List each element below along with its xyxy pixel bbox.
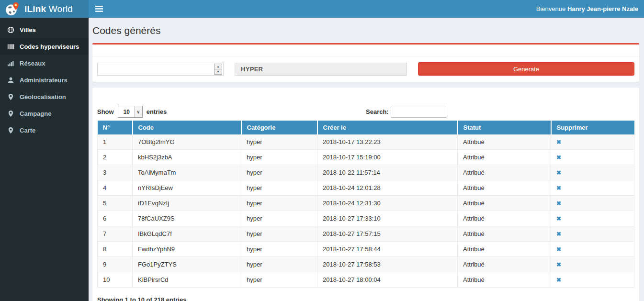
search-control: Search:: [366, 106, 634, 118]
user-name: Hanry Jean-pierre Nzale: [567, 5, 638, 12]
sidebar-item-villes[interactable]: Villes: [0, 22, 89, 38]
stepper-down-icon[interactable]: ▼: [214, 69, 222, 75]
codes-table-head: N° Code Catégorie Créer le Statut Suppri…: [98, 121, 634, 134]
table-row: 9 FGo1PyZTYS hyper 2018-10-27 17:58:53 A…: [98, 257, 634, 272]
sidebar-item-campagne[interactable]: Campagne: [0, 105, 89, 122]
quantity-input[interactable]: [98, 63, 214, 75]
cell-status: Attribué: [458, 226, 551, 242]
page-length-value: 10: [124, 109, 130, 115]
cell-number: 3: [98, 165, 133, 180]
cell-category: hyper: [241, 211, 317, 226]
cell-category: hyper: [241, 134, 317, 150]
sidebar-item-codes-hyperviseurs[interactable]: Codes hyperviseurs: [0, 38, 89, 55]
show-label: Show: [97, 108, 114, 115]
column-header-statut[interactable]: Statut: [458, 121, 551, 134]
cell-status: Attribué: [458, 165, 551, 180]
cell-status: Attribué: [458, 257, 551, 272]
cell-created: 2018-10-27 17:58:44: [317, 242, 458, 257]
signal-bars-icon: [7, 60, 14, 67]
column-header-code[interactable]: Code: [133, 121, 241, 134]
cell-created: 2018-10-27 17:57:15: [317, 226, 458, 242]
delete-button[interactable]: ✖: [556, 185, 561, 191]
column-header-supprimer[interactable]: Supprimer: [551, 121, 634, 134]
table-row: 1 7OBtg2lmYG hyper 2018-10-17 13:22:23 A…: [98, 134, 634, 150]
cell-created: 2018-10-17 15:19:00: [317, 150, 458, 165]
column-header-creer-le[interactable]: Créer le: [317, 121, 458, 134]
cell-status: Attribué: [458, 180, 551, 196]
table-row: 5 tD1EvqNzIj hyper 2018-10-24 12:31:30 A…: [98, 196, 634, 211]
app-root: $ iLink World Villes Codes hyperviseurs: [0, 0, 644, 301]
cell-code: IBkGLqdC7f: [133, 226, 241, 242]
cell-category: hyper: [241, 272, 317, 288]
svg-text:$: $: [15, 3, 17, 6]
page-length-select[interactable]: 10 ∨: [118, 106, 143, 118]
sidebar-item-reseaux[interactable]: Réseaux: [0, 55, 89, 72]
table-controls: Show 10 ∨ entries Search:: [97, 106, 634, 118]
cell-category: hyper: [241, 180, 317, 196]
table-row: 3 ToAiMymaTm hyper 2018-10-22 11:57:14 A…: [98, 165, 634, 180]
sidebar-item-administrateurs[interactable]: Administrateurs: [0, 72, 89, 89]
cell-created: 2018-10-22 11:57:14: [317, 165, 458, 180]
cell-number: 5: [98, 196, 133, 211]
sidebar-menu: Villes Codes hyperviseurs Réseaux Admini…: [0, 18, 89, 139]
delete-button[interactable]: ✖: [556, 154, 561, 161]
delete-button[interactable]: ✖: [556, 139, 561, 145]
delete-button[interactable]: ✖: [556, 231, 561, 237]
cell-status: Attribué: [458, 272, 551, 288]
map-marker-icon: [7, 93, 14, 100]
cell-category: hyper: [241, 150, 317, 165]
sidebar-item-label: Codes hyperviseurs: [20, 43, 79, 50]
column-header-n[interactable]: N°: [98, 121, 133, 134]
sidebar-item-label: Géolocalisation: [20, 93, 66, 100]
welcome-text: Bienvenue Hanry Jean-pierre Nzale: [536, 5, 638, 12]
globe-pin-logo-icon: $: [5, 1, 20, 17]
search-label: Search:: [366, 108, 389, 115]
entries-info: Showing 1 to 10 of 218 entries: [97, 295, 186, 301]
table-row: 8 FwdhzYphN9 hyper 2018-10-27 17:58:44 A…: [98, 242, 634, 257]
cell-status: Attribué: [458, 134, 551, 150]
sidebar-item-label: Campagne: [20, 110, 51, 117]
codes-table-card: Show 10 ∨ entries Search:: [92, 88, 639, 301]
barcode-icon: [7, 43, 14, 50]
cell-status: Attribué: [458, 242, 551, 257]
cell-category: hyper: [241, 165, 317, 180]
table-row: 6 78fCaUXZ9S hyper 2018-10-27 17:33:10 A…: [98, 211, 634, 226]
generate-button[interactable]: Generate: [418, 62, 634, 76]
app-logo[interactable]: $ iLink World: [0, 0, 89, 18]
table-row: 2 kbHS2j3zbA hyper 2018-10-17 15:19:00 A…: [98, 150, 634, 165]
delete-button[interactable]: ✖: [556, 246, 561, 253]
quantity-stepper: ▲ ▼: [214, 64, 222, 75]
user-icon: [7, 77, 14, 84]
column-header-categorie[interactable]: Catégorie: [241, 121, 317, 134]
page-title: Codes générés: [92, 25, 639, 36]
search-input[interactable]: [391, 106, 446, 118]
quantity-field-wrap: ▲ ▼: [97, 63, 224, 76]
cell-code: FGo1PyZTYS: [133, 257, 241, 272]
cell-number: 8: [98, 242, 133, 257]
brand-title: iLink World: [24, 4, 73, 14]
cell-created: 2018-10-27 17:33:10: [317, 211, 458, 226]
menu-toggle-button[interactable]: [93, 3, 105, 15]
sidebar-item-geolocalisation[interactable]: Géolocalisation: [0, 89, 89, 105]
cell-number: 1: [98, 134, 133, 150]
delete-button[interactable]: ✖: [556, 277, 561, 283]
sidebar-item-label: Administrateurs: [20, 77, 68, 84]
delete-button[interactable]: ✖: [556, 215, 561, 222]
cell-number: 10: [98, 272, 133, 288]
cell-code: 7OBtg2lmYG: [133, 134, 241, 150]
main-area: Bienvenue Hanry Jean-pierre Nzale Codes …: [89, 0, 644, 301]
cell-delete: ✖: [551, 150, 634, 165]
sidebar-item-carte[interactable]: Carte: [0, 122, 89, 139]
cell-created: 2018-10-27 18:00:04: [317, 272, 458, 288]
delete-button[interactable]: ✖: [556, 261, 561, 268]
generator-card-body: ▲ ▼ HYPER Generate: [92, 57, 639, 82]
delete-button[interactable]: ✖: [556, 200, 561, 207]
cell-category: hyper: [241, 242, 317, 257]
cell-delete: ✖: [551, 272, 634, 288]
generator-card-header: [92, 45, 639, 57]
cell-category: hyper: [241, 257, 317, 272]
brand-title-light: World: [49, 4, 73, 14]
entries-label: entries: [147, 108, 167, 115]
delete-button[interactable]: ✖: [556, 169, 561, 176]
stepper-up-icon[interactable]: ▲: [214, 64, 222, 69]
